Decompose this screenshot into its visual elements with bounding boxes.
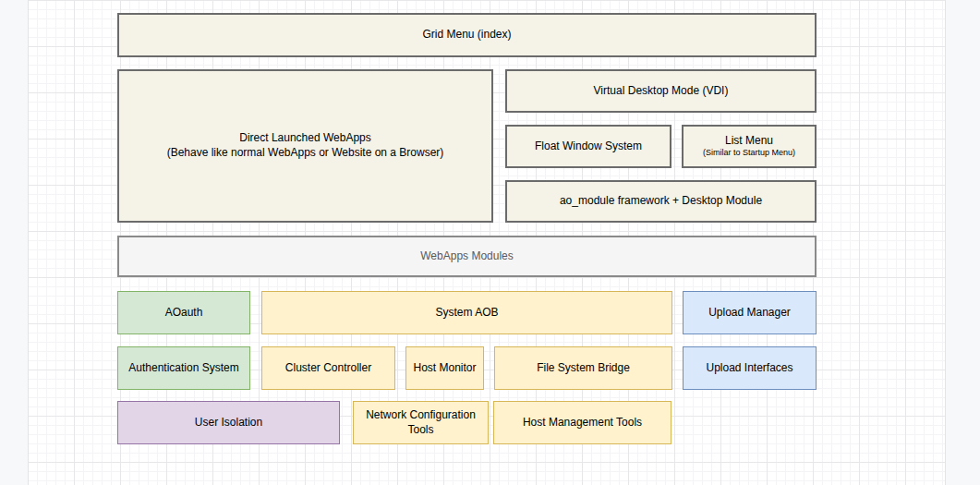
box-aoauth[interactable]: AOauth [117,291,250,334]
box-label: Direct Launched WebApps [239,131,371,146]
box-ao-module-framework[interactable]: ao_module framework + Desktop Module [505,180,817,223]
box-user-isolation[interactable]: User Isolation [117,401,340,444]
box-webapps-modules[interactable]: WebApps Modules [117,236,817,277]
box-system-aob[interactable]: System AOB [261,291,672,334]
box-label: Host Management Tools [523,416,642,430]
box-label: ao_module framework + Desktop Module [560,194,762,209]
box-label: Host Monitor [413,361,476,376]
box-label: Upload Manager [708,306,791,321]
box-file-system-bridge[interactable]: File System Bridge [494,346,672,390]
box-label: Virtual Desktop Mode (VDI) [594,84,729,99]
box-authentication-system[interactable]: Authentication System [117,346,250,390]
box-host-management-tools[interactable]: Host Management Tools [493,401,671,444]
box-label: System AOB [435,306,498,321]
box-label: Authentication System [128,361,238,376]
box-label: File System Bridge [537,361,630,376]
box-label: Network Configuration Tools [359,408,482,437]
box-label: List Menu [725,134,773,149]
box-label: Float Window System [535,139,642,154]
box-label: AOauth [165,306,203,321]
box-direct-launched-webapps[interactable]: Direct Launched WebApps (Behave like nor… [117,69,493,223]
box-label: Cluster Controller [285,361,371,376]
box-cluster-controller[interactable]: Cluster Controller [261,346,395,390]
page-margin-right [945,0,980,485]
box-label: User Isolation [195,416,262,430]
box-label: Upload Interfaces [706,361,792,376]
box-sublabel: (Similar to Startup Menu) [703,148,795,159]
box-upload-interfaces[interactable]: Upload Interfaces [683,346,817,390]
box-virtual-desktop-mode[interactable]: Virtual Desktop Mode (VDI) [505,69,817,113]
page-margin-left [0,0,29,485]
box-label: Grid Menu (index) [422,28,511,42]
box-label-line2: (Behave like normal WebApps or Website o… [167,146,444,161]
diagram-canvas: Grid Menu (index) Direct Launched WebApp… [0,0,980,485]
box-label: WebApps Modules [420,249,514,264]
box-grid-menu[interactable]: Grid Menu (index) [117,13,817,57]
box-upload-manager[interactable]: Upload Manager [683,291,817,334]
box-float-window-system[interactable]: Float Window System [505,125,671,168]
box-host-monitor[interactable]: Host Monitor [405,346,484,390]
box-list-menu[interactable]: List Menu (Similar to Startup Menu) [682,125,817,168]
box-network-configuration-tools[interactable]: Network Configuration Tools [353,401,489,444]
